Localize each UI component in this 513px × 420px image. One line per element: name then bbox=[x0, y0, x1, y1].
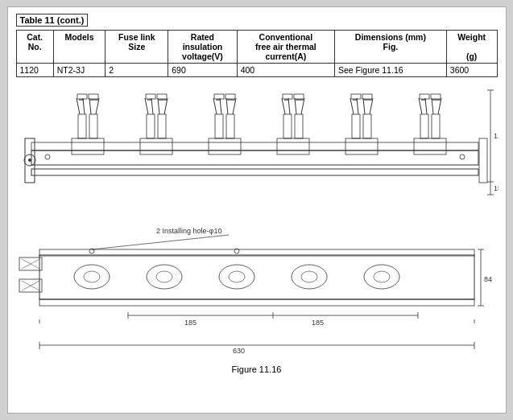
figure-area: 114 15 bbox=[16, 82, 498, 374]
svg-line-56 bbox=[350, 98, 354, 114]
cell-model: NT2-3J bbox=[53, 64, 105, 77]
svg-line-37 bbox=[233, 98, 236, 114]
svg-rect-0 bbox=[31, 150, 478, 165]
svg-line-25 bbox=[158, 98, 159, 114]
svg-line-46 bbox=[288, 98, 290, 114]
svg-point-90 bbox=[301, 271, 317, 282]
svg-rect-29 bbox=[146, 94, 155, 99]
svg-line-48 bbox=[301, 98, 304, 114]
svg-point-83 bbox=[74, 265, 110, 289]
svg-line-13 bbox=[83, 98, 85, 114]
col-models-header: Models bbox=[53, 31, 105, 64]
cell-voltage: 690 bbox=[168, 64, 237, 77]
svg-rect-11 bbox=[89, 114, 97, 138]
svg-rect-64 bbox=[414, 138, 446, 154]
svg-rect-63 bbox=[362, 94, 372, 99]
svg-rect-33 bbox=[226, 114, 234, 138]
col-cat-header: Cat.No. bbox=[16, 31, 53, 64]
svg-text:114: 114 bbox=[494, 132, 499, 140]
data-table: Cat.No. Models Fuse linkSize Ratedinsula… bbox=[16, 30, 498, 77]
svg-rect-82 bbox=[39, 255, 474, 299]
cell-fuse: 2 bbox=[105, 64, 168, 77]
svg-text:15: 15 bbox=[494, 184, 499, 192]
svg-point-84 bbox=[84, 271, 100, 282]
svg-line-59 bbox=[370, 98, 373, 114]
svg-rect-55 bbox=[363, 114, 371, 138]
svg-line-47 bbox=[295, 98, 296, 114]
table-row: 1120 NT2-3J 2 690 400 See Figure 11.16 3… bbox=[16, 64, 497, 77]
bottom-diagram: 2 Installing hole-φ10 84 630 185 bbox=[15, 219, 499, 360]
svg-text:185: 185 bbox=[184, 319, 197, 327]
svg-line-69 bbox=[432, 98, 433, 114]
col-fuse-header: Fuse linkSize bbox=[105, 31, 168, 64]
svg-rect-19 bbox=[89, 94, 98, 99]
svg-line-15 bbox=[96, 98, 99, 114]
svg-line-35 bbox=[220, 98, 221, 114]
svg-rect-41 bbox=[225, 94, 235, 99]
svg-text:630: 630 bbox=[233, 347, 245, 355]
svg-rect-1 bbox=[31, 169, 478, 175]
svg-point-85 bbox=[147, 265, 182, 289]
cell-cat: 1120 bbox=[16, 64, 53, 77]
svg-line-12 bbox=[77, 98, 80, 114]
table-title: Table 11 (cont.) bbox=[16, 14, 89, 27]
cell-weight: 3600 bbox=[446, 64, 497, 77]
svg-rect-74 bbox=[431, 94, 441, 99]
cell-current: 400 bbox=[237, 64, 334, 77]
svg-text:2 Installing hole-φ10: 2 Installing hole-φ10 bbox=[156, 227, 221, 235]
svg-rect-100 bbox=[39, 299, 474, 306]
svg-text:185: 185 bbox=[312, 319, 324, 327]
svg-rect-21 bbox=[147, 114, 155, 138]
svg-line-26 bbox=[164, 98, 168, 114]
svg-line-34 bbox=[213, 98, 217, 114]
svg-rect-54 bbox=[352, 114, 360, 138]
svg-rect-73 bbox=[420, 94, 429, 99]
svg-rect-51 bbox=[283, 94, 292, 99]
svg-rect-32 bbox=[215, 114, 223, 138]
top-diagram: 114 15 bbox=[15, 82, 499, 211]
svg-line-24 bbox=[151, 98, 153, 114]
svg-text:84: 84 bbox=[484, 275, 492, 283]
svg-rect-40 bbox=[214, 94, 224, 99]
svg-rect-20 bbox=[140, 138, 172, 154]
svg-rect-31 bbox=[209, 138, 241, 154]
svg-rect-6 bbox=[479, 138, 487, 183]
svg-point-5 bbox=[28, 159, 31, 162]
col-voltage-header: Ratedinsulationvoltage(V) bbox=[168, 31, 237, 64]
svg-line-36 bbox=[226, 98, 228, 114]
svg-rect-10 bbox=[78, 114, 86, 138]
svg-rect-65 bbox=[420, 114, 428, 138]
svg-point-8 bbox=[460, 154, 465, 159]
cell-dimensions: See Figure 11.16 bbox=[335, 64, 447, 77]
col-current-header: Conventionalfree air thermalcurrent(A) bbox=[237, 31, 334, 64]
svg-point-91 bbox=[364, 265, 399, 289]
svg-line-45 bbox=[282, 98, 285, 114]
svg-line-70 bbox=[438, 98, 441, 114]
col-dimensions-header: Dimensions (mm)Fig. bbox=[335, 31, 447, 64]
svg-rect-44 bbox=[295, 114, 303, 138]
svg-rect-52 bbox=[294, 94, 304, 99]
svg-line-67 bbox=[419, 98, 422, 114]
svg-point-87 bbox=[219, 265, 254, 289]
svg-point-7 bbox=[45, 154, 50, 159]
svg-rect-22 bbox=[158, 114, 166, 138]
col-weight-header: Weight(g) bbox=[446, 31, 497, 64]
svg-point-88 bbox=[229, 271, 245, 282]
svg-line-23 bbox=[145, 98, 148, 114]
svg-rect-43 bbox=[283, 114, 292, 138]
svg-line-14 bbox=[89, 98, 91, 114]
svg-line-57 bbox=[357, 98, 358, 114]
svg-rect-53 bbox=[345, 138, 378, 154]
figure-caption: Figure 11.16 bbox=[232, 364, 282, 374]
svg-rect-42 bbox=[277, 138, 309, 154]
svg-point-89 bbox=[292, 265, 327, 289]
svg-point-92 bbox=[374, 271, 390, 282]
svg-rect-30 bbox=[157, 94, 167, 99]
page: Table 11 (cont.) Cat.No. Models Fuse lin… bbox=[7, 6, 507, 414]
svg-rect-66 bbox=[432, 114, 440, 138]
svg-rect-9 bbox=[72, 138, 104, 154]
svg-line-68 bbox=[425, 98, 427, 114]
svg-point-86 bbox=[156, 271, 172, 282]
svg-rect-18 bbox=[77, 94, 87, 99]
svg-rect-62 bbox=[351, 94, 361, 99]
